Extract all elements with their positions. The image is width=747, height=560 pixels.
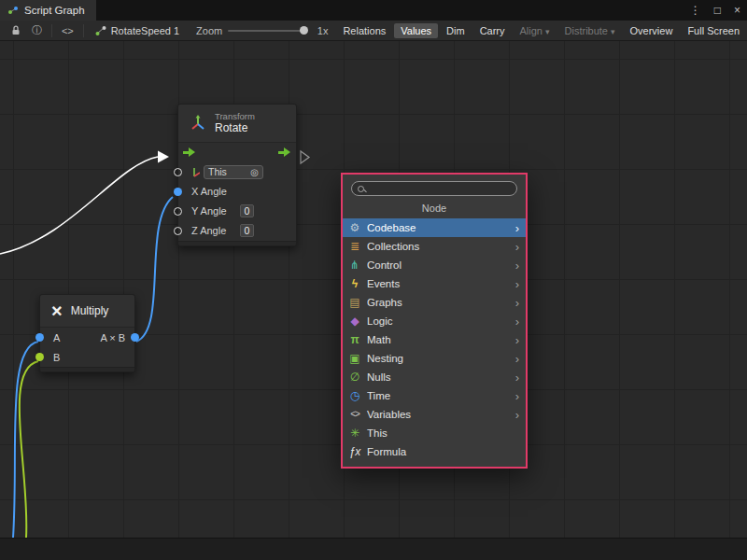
- align-dropdown: Align▾: [514, 23, 557, 38]
- close-icon[interactable]: ×: [727, 4, 747, 17]
- finder-item-collections[interactable]: ≣ Collections ›: [343, 237, 526, 256]
- this-star-icon: ✳: [348, 427, 361, 439]
- z-angle-port[interactable]: [174, 227, 182, 235]
- chevron-right-icon: ›: [515, 371, 519, 384]
- finder-item-math[interactable]: π Math ›: [343, 330, 526, 349]
- finder-search-input[interactable]: [369, 183, 511, 195]
- this-object-field[interactable]: This ◎: [204, 165, 263, 179]
- y-angle-row: Y Angle 0: [178, 202, 296, 221]
- wire-bottom-to-b[interactable]: [20, 361, 38, 538]
- relations-button[interactable]: Relations: [336, 23, 392, 38]
- values-button[interactable]: Values: [394, 23, 438, 38]
- finder-item-nulls[interactable]: ∅ Nulls ›: [343, 368, 526, 386]
- tab-title: Script Graph: [24, 5, 85, 16]
- a-row: A A × B: [40, 328, 134, 347]
- zoom-label: Zoom: [196, 25, 222, 36]
- info-icon[interactable]: ⓘ: [26, 23, 48, 37]
- toolbar-separator: [83, 24, 84, 37]
- flow-in-arrow-icon[interactable]: [183, 147, 195, 157]
- chevron-right-icon: ›: [515, 390, 519, 402]
- zoom-slider-handle[interactable]: [300, 26, 308, 35]
- finder-search-field[interactable]: [351, 181, 517, 196]
- node-footer: [178, 241, 296, 245]
- menu-kebab-icon[interactable]: ⋮: [684, 4, 708, 17]
- graph-toolbar: ⓘ <> RotateSpeed 1 Zoom 1x Relations Val…: [0, 21, 747, 41]
- maximize-icon[interactable]: □: [708, 4, 727, 17]
- finder-item-events[interactable]: ϟ Events ›: [343, 274, 526, 293]
- wire-flow-arrowhead: [158, 151, 169, 163]
- search-icon: [358, 186, 364, 192]
- finder-item-codebase[interactable]: ⚙ Codebase ›: [343, 218, 526, 237]
- transform-icon: [190, 115, 206, 132]
- node-multiply[interactable]: × Multiply A A × B B: [39, 294, 135, 372]
- node-title: Rotate: [215, 121, 255, 134]
- chevron-down-icon: ▾: [545, 27, 550, 36]
- x-angle-port[interactable]: [174, 188, 182, 196]
- object-picker-icon[interactable]: ◎: [250, 167, 259, 177]
- axis-icon: [191, 167, 200, 177]
- this-field-label: This: [208, 166, 227, 177]
- zoom-value: 1x: [317, 25, 329, 36]
- finder-item-logic[interactable]: ◆ Logic ›: [343, 312, 526, 330]
- clock-icon: ◷: [348, 390, 361, 401]
- y-angle-value-field[interactable]: 0: [240, 204, 254, 217]
- window-tab-bar: Script Graph ⋮ □ ×: [0, 0, 747, 21]
- code-view-icon[interactable]: <>: [56, 25, 79, 36]
- finder-item-control[interactable]: ⋔ Control ›: [343, 256, 526, 274]
- carry-button[interactable]: Carry: [473, 23, 512, 38]
- this-port[interactable]: [174, 168, 182, 176]
- angle-brackets-icon: <>: [348, 410, 361, 419]
- chevron-right-icon: ›: [515, 334, 519, 346]
- y-angle-label: Y Angle: [191, 205, 234, 217]
- wire-flow-in[interactable]: [0, 157, 158, 254]
- bottom-panel: [0, 538, 747, 560]
- output-label: A × B: [100, 332, 125, 343]
- finder-header: Node: [343, 200, 526, 218]
- flow-out-arrow-icon[interactable]: [301, 151, 309, 163]
- finder-item-variables[interactable]: <> Variables ›: [343, 405, 526, 424]
- tab-script-graph[interactable]: Script Graph: [0, 0, 96, 21]
- fullscreen-button[interactable]: Full Screen: [681, 23, 746, 38]
- chevron-right-icon: ›: [515, 409, 519, 421]
- x-angle-row: X Angle: [178, 182, 296, 202]
- zoom-slider-track[interactable]: [228, 30, 303, 32]
- flow-port-row: [178, 143, 296, 162]
- overview-button[interactable]: Overview: [624, 23, 680, 38]
- node-fuzzy-finder: Node ⚙ Codebase › ≣ Collections › ⋔ Cont…: [341, 173, 528, 469]
- node-header: × Multiply: [40, 295, 134, 328]
- toolbar-separator: [51, 24, 52, 37]
- finder-item-nesting[interactable]: ▣ Nesting ›: [343, 349, 526, 368]
- z-angle-row: Z Angle 0: [178, 221, 296, 241]
- dim-button[interactable]: Dim: [440, 23, 472, 38]
- distribute-dropdown: Distribute▾: [558, 23, 622, 38]
- wire-multiply-to-xangle[interactable]: [136, 197, 173, 342]
- finder-item-graphs[interactable]: ▤ Graphs ›: [343, 293, 526, 312]
- chevron-down-icon: ▾: [611, 27, 615, 36]
- a-input-port[interactable]: [35, 333, 44, 342]
- window-controls: ⋮ □ ×: [684, 0, 747, 21]
- finder-item-this[interactable]: ✳ This: [343, 424, 526, 442]
- flow-out-arrow-icon[interactable]: [278, 147, 290, 157]
- result-output-port[interactable]: [131, 333, 139, 342]
- node-transform-rotate[interactable]: Transform Rotate This ◎ X Angle Y An: [177, 104, 297, 246]
- finder-item-time[interactable]: ◷ Time ›: [343, 386, 526, 405]
- zoom-slider[interactable]: [226, 21, 314, 41]
- nested-graph-icon: ▣: [348, 353, 361, 364]
- b-row: B: [40, 347, 134, 367]
- chevron-right-icon: ›: [515, 297, 519, 309]
- finder-item-formula[interactable]: ƒx Formula: [343, 442, 526, 461]
- lock-icon[interactable]: [6, 25, 26, 35]
- pi-icon: π: [348, 334, 361, 345]
- y-angle-port[interactable]: [174, 207, 182, 216]
- b-input-port[interactable]: [35, 353, 44, 361]
- chevron-right-icon: ›: [515, 259, 519, 272]
- graph-canvas[interactable]: Transform Rotate This ◎ X Angle Y An: [0, 41, 747, 538]
- this-row: This ◎: [178, 162, 296, 182]
- graph-breadcrumb[interactable]: RotateSpeed 1: [88, 25, 187, 36]
- z-angle-value-field[interactable]: 0: [240, 224, 254, 237]
- chevron-right-icon: ›: [515, 353, 519, 365]
- chevron-right-icon: ›: [515, 315, 519, 328]
- node-footer: [40, 367, 134, 371]
- gear-icon: ⚙: [348, 222, 361, 233]
- b-input-label: B: [53, 352, 60, 363]
